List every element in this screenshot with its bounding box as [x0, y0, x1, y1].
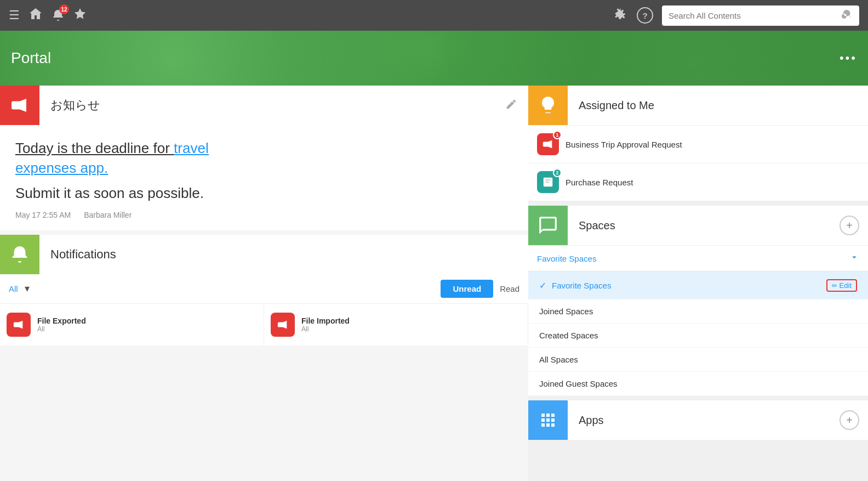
spaces-menu: ✓ Favorite Spaces ✏ Edit Joined Spaces C… [528, 271, 868, 396]
spaces-dropdown-chevron-icon [849, 252, 859, 264]
spaces-menu-item-text-created: Created Spaces [539, 331, 857, 340]
assigned-item-business-trip[interactable]: 1 Business Trip Approval Request [528, 126, 868, 163]
announcement-edit-icon[interactable] [505, 98, 528, 113]
spaces-menu-item-all[interactable]: All Spaces [528, 348, 868, 372]
apps-add-btn[interactable]: + [840, 410, 859, 430]
announcement-subtitle: Submit it as soon as possible. [15, 185, 513, 202]
assigned-item-name-2: Purchase Request [566, 178, 633, 187]
spaces-icon-box [528, 206, 568, 245]
home-icon[interactable] [28, 7, 43, 24]
notif-item-icon-1 [7, 313, 31, 337]
spaces-menu-item-text-all: All Spaces [539, 355, 857, 364]
apps-header: Apps + [528, 400, 868, 440]
spaces-edit-label: Edit [840, 281, 852, 290]
announcement-icon-box [0, 86, 39, 125]
assigned-item-badge-1: 1 [553, 131, 562, 139]
apps-icon-box [528, 400, 568, 440]
spaces-edit-btn[interactable]: ✏ Edit [826, 279, 857, 292]
notif-read-btn[interactable]: Read [500, 284, 519, 293]
spaces-header: Spaces + [528, 206, 868, 246]
star-icon[interactable] [73, 7, 87, 24]
assigned-icon-box [528, 86, 568, 125]
notif-unread-btn[interactable]: Unread [441, 280, 493, 298]
top-nav: ☰ 12 ? [0, 0, 868, 31]
notif-item-content-1: File Exported All [37, 316, 86, 333]
spaces-menu-item-guest[interactable]: Joined Guest Spaces [528, 372, 868, 396]
bell-badge: 12 [59, 4, 69, 14]
announcement-header: お知らせ [0, 86, 528, 125]
purchase-request-icon [542, 176, 554, 188]
spaces-dropdown-bar[interactable]: Favorite Spaces [528, 246, 868, 271]
spaces-menu-item-joined[interactable]: Joined Spaces [528, 299, 868, 324]
notifications-icon-box [0, 235, 39, 274]
spaces-dropdown-label: Favorite Spaces [537, 254, 596, 263]
announcement-body-text1: Today is the deadline for [15, 140, 174, 156]
bell-wrapper[interactable]: 12 [52, 9, 65, 22]
file-imported-icon [277, 319, 289, 331]
checkmark-icon: ✓ [539, 280, 546, 291]
spaces-menu-item-text-joined: Joined Spaces [539, 307, 857, 316]
notif-item-content-2: File Imported All [301, 316, 350, 333]
assigned-item-name-1: Business Trip Approval Request [566, 140, 682, 149]
announcement-meta: May 17 2:55 AM Barbara Miller [15, 211, 513, 219]
banner: Portal ••• [0, 31, 868, 86]
notif-item-title-1: File Exported [37, 316, 86, 325]
spaces-title: Spaces [568, 219, 840, 232]
banner-more-icon[interactable]: ••• [840, 51, 857, 65]
apps-icon [538, 410, 558, 430]
spaces-menu-item-text-favorite: Favorite Spaces [552, 281, 821, 290]
announcement-title: お知らせ [39, 97, 505, 114]
help-icon[interactable]: ? [637, 7, 653, 24]
spaces-add-btn[interactable]: + [840, 216, 859, 235]
notif-item-icon-2 [271, 313, 295, 337]
notifications-card: Notifications All ▾ Unread Read File [0, 235, 528, 346]
announcement-content: Today is the deadline for travelexpenses… [0, 125, 528, 230]
business-trip-icon [542, 138, 554, 150]
notif-item-file-imported[interactable]: File Imported All [264, 304, 528, 346]
edit-pencil-icon: ✏ [832, 282, 837, 290]
notifications-title: Notifications [39, 247, 528, 262]
lightbulb-icon [538, 95, 558, 116]
spaces-icon [538, 215, 558, 236]
assigned-item-purchase[interactable]: 2 Purchase Request [528, 163, 868, 201]
main-layout: お知らせ Today is the deadline for travelexp… [0, 86, 868, 481]
notif-item-file-exported[interactable]: File Exported All [0, 304, 264, 346]
assigned-items: 1 Business Trip Approval Request 2 Purch… [528, 126, 868, 201]
assigned-header: Assigned to Me [528, 86, 868, 126]
spaces-card: Spaces + Favorite Spaces ✓ Favorite Spac… [528, 206, 868, 396]
spaces-menu-item-text-guest: Joined Guest Spaces [539, 379, 857, 388]
bell-large-icon [10, 245, 30, 264]
apps-card: Apps + [528, 400, 868, 440]
announcement-author: Barbara Miller [84, 211, 132, 219]
left-panel: お知らせ Today is the deadline for travelexp… [0, 86, 528, 481]
gear-icon[interactable] [614, 7, 628, 24]
banner-title: Portal [11, 49, 51, 67]
search-icon[interactable] [842, 9, 853, 22]
spaces-menu-item-favorite[interactable]: ✓ Favorite Spaces ✏ Edit [528, 272, 868, 299]
announcement-card: お知らせ Today is the deadline for travelexp… [0, 86, 528, 230]
apps-title: Apps [568, 414, 840, 427]
spaces-menu-item-created[interactable]: Created Spaces [528, 324, 868, 348]
notifications-items: File Exported All File Imported All [0, 304, 528, 346]
search-bar [662, 5, 859, 26]
menu-icon[interactable]: ☰ [9, 8, 20, 22]
assigned-item-badge-2: 2 [553, 168, 562, 177]
notif-dropdown-btn[interactable]: ▾ [25, 282, 30, 295]
assigned-card: Assigned to Me 1 Business Trip Approval … [528, 86, 868, 201]
notifications-toolbar: All ▾ Unread Read [0, 274, 528, 304]
assigned-item-icon-1: 1 [537, 133, 559, 155]
notif-item-title-2: File Imported [301, 316, 350, 325]
assigned-item-icon-2: 2 [537, 171, 559, 193]
notif-all-filter[interactable]: All [9, 284, 18, 293]
notifications-header: Notifications [0, 235, 528, 274]
assigned-title: Assigned to Me [568, 99, 665, 112]
search-input[interactable] [669, 11, 837, 20]
notif-item-sub-1: All [37, 325, 86, 333]
file-exported-icon [13, 319, 25, 331]
megaphone-icon [10, 95, 30, 115]
announcement-date: May 17 2:55 AM [15, 211, 71, 219]
announcement-body: Today is the deadline for travelexpenses… [15, 138, 513, 178]
notif-item-sub-2: All [301, 325, 350, 333]
right-panel: Assigned to Me 1 Business Trip Approval … [528, 86, 868, 481]
